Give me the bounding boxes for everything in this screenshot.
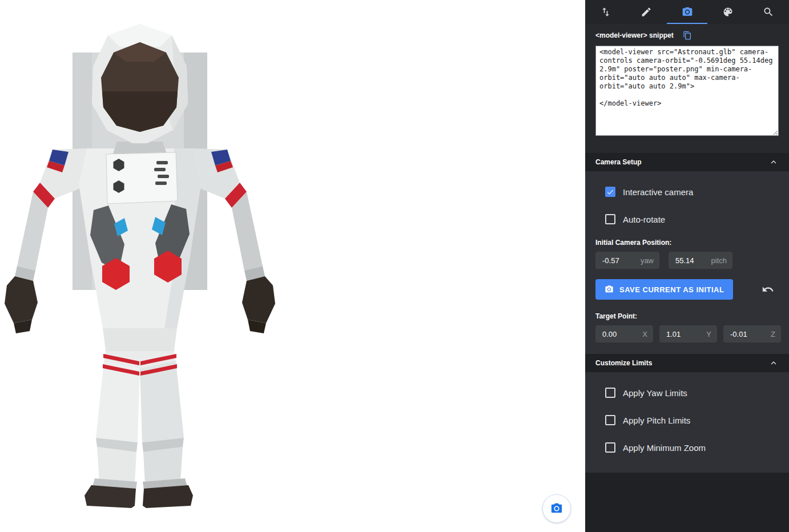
target-y-field: Y — [659, 325, 717, 342]
pitch-input[interactable] — [674, 256, 708, 265]
customize-limits-body: Apply Yaw Limits Apply Pitch Limits Appl… — [585, 372, 789, 473]
copy-snippet-button[interactable] — [683, 31, 692, 40]
undo-button[interactable] — [762, 283, 774, 296]
apply-pitch-limits-row: Apply Pitch Limits — [595, 406, 779, 434]
initial-position-fields: yaw pitch — [595, 252, 779, 269]
pitch-unit-label: pitch — [711, 256, 727, 265]
target-x-field: X — [595, 325, 653, 342]
apply-minimum-zoom-checkbox[interactable] — [605, 442, 615, 453]
target-point-label: Target Point: — [595, 312, 779, 320]
target-y-unit-label: Y — [706, 330, 711, 338]
save-button-label: SAVE CURRENT AS INITIAL — [619, 285, 724, 294]
camera-icon — [550, 502, 563, 515]
tab-inspector[interactable] — [748, 0, 789, 24]
check-icon — [606, 188, 614, 196]
panel-footer — [585, 473, 789, 532]
tab-camera[interactable] — [667, 0, 707, 24]
copy-icon — [683, 31, 692, 40]
customize-limits-title: Customize Limits — [595, 359, 652, 367]
auto-rotate-checkbox[interactable] — [605, 214, 615, 224]
pitch-field: pitch — [669, 252, 732, 269]
interactive-camera-label: Interactive camera — [623, 187, 693, 197]
camera-setup-body: Interactive camera Auto-rotate Initial C… — [585, 171, 789, 354]
model-viewer-canvas[interactable] — [0, 0, 585, 532]
apply-pitch-limits-label: Apply Pitch Limits — [623, 416, 690, 425]
target-x-unit-label: X — [642, 330, 647, 338]
editor-panel: <model-viewer> snippet <model-viewer src… — [585, 0, 789, 532]
target-z-field: Z — [723, 325, 781, 342]
tab-import-export[interactable] — [585, 0, 626, 24]
apply-pitch-limits-checkbox[interactable] — [605, 415, 615, 425]
auto-rotate-row: Auto-rotate — [595, 205, 779, 233]
customize-limits-header[interactable]: Customize Limits — [585, 354, 789, 372]
edit-icon — [641, 6, 652, 18]
camera-icon — [682, 6, 693, 18]
target-point-fields: X Y Z — [595, 325, 779, 342]
yaw-field: yaw — [595, 252, 659, 269]
auto-rotate-label: Auto-rotate — [623, 215, 665, 224]
palette-icon — [722, 6, 734, 18]
interactive-camera-row: Interactive camera — [595, 178, 779, 205]
save-row: SAVE CURRENT AS INITIAL — [595, 279, 779, 300]
interactive-camera-checkbox[interactable] — [605, 187, 615, 197]
undo-icon — [762, 283, 774, 296]
camera-icon — [605, 285, 614, 294]
editor-toolbar — [585, 0, 789, 24]
camera-setup-title: Camera Setup — [595, 158, 642, 166]
apply-yaw-limits-row: Apply Yaw Limits — [595, 379, 779, 406]
apply-yaw-limits-checkbox[interactable] — [605, 388, 615, 398]
chevron-up-icon — [768, 358, 779, 368]
save-current-as-initial-button[interactable]: SAVE CURRENT AS INITIAL — [595, 279, 733, 300]
yaw-unit-label: yaw — [641, 256, 654, 265]
target-y-input[interactable] — [665, 329, 703, 339]
apply-minimum-zoom-label: Apply Minimum Zoom — [623, 443, 706, 453]
target-x-input[interactable] — [601, 329, 639, 339]
search-icon — [763, 6, 774, 18]
apply-minimum-zoom-row: Apply Minimum Zoom — [595, 434, 779, 461]
initial-camera-position-label: Initial Camera Position: — [595, 239, 779, 247]
target-z-unit-label: Z — [771, 330, 775, 338]
snippet-code-textarea[interactable]: <model-viewer src="Astronaut.glb" camera… — [595, 46, 779, 136]
snippet-section: <model-viewer> snippet <model-viewer src… — [585, 24, 789, 153]
chevron-up-icon — [768, 157, 779, 167]
astronaut-3d-model — [0, 17, 280, 514]
snippet-title: <model-viewer> snippet — [595, 31, 674, 39]
screenshot-fab-button[interactable] — [542, 494, 571, 523]
tab-materials[interactable] — [707, 0, 748, 24]
apply-yaw-limits-label: Apply Yaw Limits — [623, 388, 687, 398]
target-z-input[interactable] — [729, 329, 767, 339]
yaw-input[interactable] — [601, 256, 637, 265]
tab-edit[interactable] — [626, 0, 666, 24]
camera-setup-header[interactable]: Camera Setup — [585, 153, 789, 171]
import-export-icon — [600, 6, 611, 18]
